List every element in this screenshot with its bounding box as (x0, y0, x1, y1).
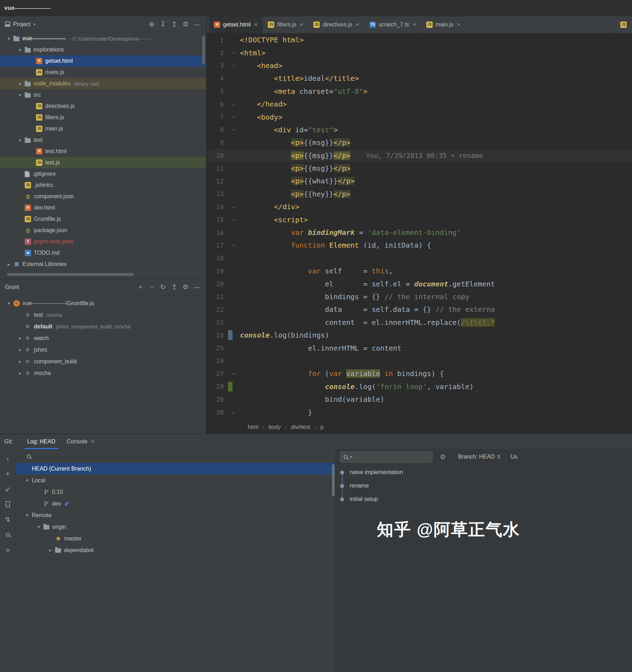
code-line-14[interactable]: 14▴ </div> (207, 200, 632, 213)
editor-tab-overflow[interactable]: JS (615, 16, 632, 33)
fold-down-icon[interactable]: ▾ (232, 63, 235, 68)
tree-item-explorations[interactable]: ▾explorations (0, 44, 206, 55)
code-line-2[interactable]: 2▾<html> (207, 46, 632, 59)
tree-item-node-modules[interactable]: ▸node_moduleslibrary root (0, 78, 206, 89)
tree-item-vue-gruntfile-js[interactable]: ▾Gvue------------------\Gruntfile.js (0, 297, 206, 309)
code-line-26[interactable]: 26 (207, 355, 632, 367)
collapse-all-icon[interactable]: ↥ (169, 282, 180, 292)
code-line-3[interactable]: 3▾ <head> (207, 59, 632, 72)
breadcrumb-item-body[interactable]: body (269, 424, 281, 430)
zap-icon[interactable]: ↯ (2, 514, 13, 524)
editor-tab-directives-js[interactable]: JSdirectives.js× (308, 16, 365, 33)
tree-item-src[interactable]: ▾src (0, 89, 206, 101)
code-line-4[interactable]: 4 <title>ideal</title> (207, 72, 632, 85)
commit-naive-implementation[interactable]: naive implementation (336, 466, 632, 479)
chevron-closed-icon[interactable]: ▸ (16, 347, 25, 352)
fold-up-icon[interactable]: ▴ (232, 102, 235, 107)
horizontal-scrollbar[interactable] (7, 273, 134, 276)
code-line-30[interactable]: 30▴ } (207, 406, 632, 418)
code-line-20[interactable]: 20 el = self.el = document.getElement (207, 277, 632, 290)
tree-item-todo-md[interactable]: MTODO.md (0, 247, 206, 259)
code-line-28[interactable]: 28 console.log('forin loop', variable) (207, 380, 632, 393)
tree-item-jshintrc[interactable]: JS.jshintrc (0, 180, 206, 191)
code-line-18[interactable]: 18 (207, 252, 632, 265)
tree-item-dev-html[interactable]: Hdev.html (0, 202, 206, 213)
chevron-closed-icon[interactable]: ▸ (16, 81, 25, 86)
vertical-scrollbar[interactable] (332, 464, 335, 496)
code-line-19[interactable]: 19 var self = this, (207, 265, 632, 277)
code-line-24[interactable]: 24console.log(bindings) (207, 329, 632, 341)
commit-initial-setup[interactable]: initial setup (336, 492, 632, 506)
chevron-open-icon[interactable]: ▾ (23, 478, 32, 483)
tree-item-master[interactable]: ★master (16, 533, 335, 544)
chevron-open-icon[interactable]: ▾ (23, 513, 32, 518)
editor-tab-getset-html[interactable]: Hgetset.html× (209, 16, 263, 33)
tree-item-directives-js[interactable]: JSdirectives.js (0, 101, 206, 112)
fold-down-icon[interactable]: ▾ (232, 50, 235, 55)
chevron-closed-icon[interactable]: ▸ (16, 359, 25, 364)
trash-icon[interactable] (2, 499, 13, 509)
vertical-scrollbar[interactable] (202, 36, 205, 64)
tree-item-test-js[interactable]: JStest.js (0, 157, 206, 168)
tree-item-dev[interactable]: dev⇙ (16, 498, 335, 509)
chevron-open-icon[interactable]: ▾ (16, 47, 25, 53)
code-line-22[interactable]: 22 data = self.data = {} // the externa (207, 303, 632, 316)
chevron-closed-icon[interactable]: ▸ (4, 262, 13, 267)
branch-search-row[interactable] (16, 449, 335, 463)
fold-down-icon[interactable]: ▾ (232, 217, 235, 222)
remove-icon[interactable]: − (146, 282, 157, 292)
close-icon[interactable]: × (300, 21, 303, 28)
settings-icon[interactable]: ⚙ (180, 19, 191, 29)
close-icon[interactable]: × (91, 438, 95, 445)
code-line-1[interactable]: 1<!DOCTYPE html> (207, 34, 632, 46)
fold-down-icon[interactable]: ▾ (232, 114, 235, 120)
chevron-open-icon[interactable]: ▾ (16, 138, 25, 143)
tree-item-mocha[interactable]: ▸mocha (0, 367, 206, 379)
code-line-15[interactable]: 15▾ <script> (207, 213, 632, 226)
code-line-25[interactable]: 25 el.innerHTML = content (207, 341, 632, 354)
settings-icon[interactable]: ⚙ (180, 282, 191, 292)
mag-icon[interactable] (2, 529, 13, 539)
close-icon[interactable]: × (457, 21, 461, 28)
tree-item-component-build[interactable]: ▸component_build (0, 356, 206, 367)
code-line-7[interactable]: 7▾ <body> (207, 110, 632, 123)
tree-item-jshint[interactable]: ▸jshint (0, 344, 206, 356)
tree-item-test[interactable]: testmocha (0, 309, 206, 321)
code-line-17[interactable]: 17▾ function Element (id, initData) { (207, 239, 632, 252)
user-filter[interactable]: Us (511, 454, 520, 460)
add-icon[interactable]: + (2, 469, 13, 479)
fold-down-icon[interactable]: ▾ (232, 371, 235, 376)
code-line-5[interactable]: 5 <meta charset="utf-8"> (207, 85, 632, 98)
code-line-21[interactable]: 21 bindings = {} // the internal copy (207, 290, 632, 303)
editor-tab-filters-js[interactable]: JSfilters.js× (263, 16, 308, 33)
tree-item-rivets-js[interactable]: JSrivets.js (0, 67, 206, 78)
close-icon[interactable]: × (413, 21, 416, 28)
chevron-open-icon[interactable]: ▾ (16, 92, 25, 98)
tree-item-component-json[interactable]: {}component.json (0, 191, 206, 202)
chevron-closed-icon[interactable]: ▸ (16, 370, 25, 376)
tree-item-remote[interactable]: ▾Remote (16, 509, 335, 521)
chevron-open-icon[interactable]: ▾ (4, 301, 13, 306)
project-panel-title[interactable]: Project (13, 21, 31, 28)
tree-item-gitignore[interactable]: .gitignore (0, 168, 206, 180)
breadcrumb-item-p[interactable]: p (320, 424, 324, 430)
editor-tab-main-js[interactable]: JSmain.js× (421, 16, 466, 33)
tree-item-test[interactable]: ▾test (0, 134, 206, 146)
tree-item-default[interactable]: defaultjshint, component_build, mocha (0, 321, 206, 332)
code-line-27[interactable]: 27▾ for (var variable in bindings) { (207, 367, 632, 380)
hide-icon[interactable]: — (191, 19, 203, 29)
chevron-open-icon[interactable]: ▾ (34, 524, 43, 529)
breadcrumb-item-div-test[interactable]: div#test (291, 424, 310, 430)
fold-down-icon[interactable]: ▾ (232, 243, 235, 248)
expand-all-icon[interactable]: ↧ (157, 19, 169, 29)
tree-item-external-libraries[interactable]: ▸≣External Libraries (0, 259, 206, 270)
code-line-16[interactable]: 16 var bindingMark = 'data-element-bindi… (207, 226, 632, 239)
add-icon[interactable]: + (135, 282, 146, 292)
code-line-29[interactable]: 29 bind(variable) (207, 393, 632, 406)
code-line-9[interactable]: 9 <p>{{msg}}</p> (207, 136, 632, 149)
commit-rename[interactable]: rename (336, 479, 632, 492)
fold-up-icon[interactable]: ▴ (232, 204, 235, 210)
code-line-12[interactable]: 12 <p>{{what}}</p> (207, 175, 632, 187)
tree-item-pnpm-lock-yaml[interactable]: Ypnpm-lock.yaml (0, 236, 206, 247)
tree-item-watch[interactable]: ▸watch (0, 332, 206, 344)
